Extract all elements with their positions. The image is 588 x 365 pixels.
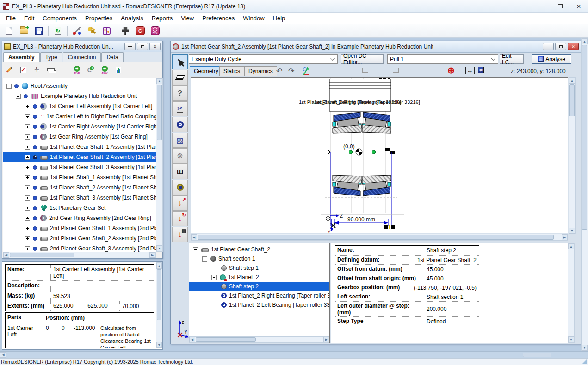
menu-view[interactable]: View bbox=[177, 13, 198, 23]
expand-icon[interactable] bbox=[25, 124, 30, 129]
tree-item-2nd-planet-gear-shaft-2[interactable]: 2nd Planet Gear Shaft_2 Assembly [2nd Pl… bbox=[3, 233, 156, 243]
edit-lc-button[interactable]: Edit LC... bbox=[500, 54, 524, 64]
scrollbar-thumb[interactable] bbox=[157, 85, 162, 140]
expand-icon[interactable] bbox=[25, 165, 30, 170]
expand-icon[interactable] bbox=[25, 155, 30, 160]
romax-dynamics-button[interactable] bbox=[149, 25, 161, 37]
rebuild-model-button[interactable] bbox=[70, 25, 83, 37]
tree-item-2nd-planet-gear-shaft-3[interactable]: 2nd Planet Gear Shaft_3 Assembly [2nd Pl… bbox=[3, 243, 156, 252]
expand-icon[interactable] bbox=[211, 275, 217, 280]
tree-item-shaft-section[interactable]: Shaft section 1 bbox=[189, 254, 329, 263]
gear-tool-button[interactable] bbox=[172, 148, 188, 164]
tab-type[interactable]: Type bbox=[40, 52, 62, 62]
expand-icon[interactable] bbox=[25, 104, 30, 109]
shaft-tree-horizontal-scrollbar[interactable]: ◀ ▶ bbox=[189, 336, 329, 343]
step-properties-vertical-scrollbar[interactable]: ▲ ▼ bbox=[568, 243, 575, 343]
mounting-section-button[interactable] bbox=[172, 133, 188, 148]
restore-button[interactable] bbox=[555, 43, 566, 50]
catalog-button[interactable] bbox=[100, 25, 113, 37]
crosshair-target-icon[interactable] bbox=[447, 65, 455, 76]
collapse-icon[interactable] bbox=[16, 94, 21, 99]
expand-icon[interactable] bbox=[25, 246, 30, 251]
design-window-titlebar[interactable]: 1st Planet Gear Shaft_2 Assembly [1st Pl… bbox=[171, 41, 581, 53]
load-list-button[interactable]: ▤ bbox=[172, 227, 188, 242]
tree-item-planet-gear-shaft-3[interactable]: 1st Planet Gear Shaft_3 Assembly [1st Pl… bbox=[3, 162, 156, 172]
menu-preferences[interactable]: Preferences bbox=[198, 13, 239, 23]
restore-button[interactable] bbox=[137, 43, 148, 50]
save-button[interactable] bbox=[32, 25, 45, 37]
tree-item-2nd-planet-gear-shaft-1[interactable]: 2nd Planet Gear Shaft_1 Assembly [2nd Pl… bbox=[3, 223, 156, 233]
tree-item-root-assembly[interactable]: Root Assembly bbox=[3, 81, 156, 91]
minimize-button[interactable] bbox=[532, 0, 551, 12]
tree-item-carrier-left[interactable]: 1st Carrier Left Assembly [1st Carrier L… bbox=[3, 101, 156, 111]
tree-item-planet-gear-shaft-1[interactable]: 1st Planet Gear Shaft_1 Assembly [1st Pl… bbox=[3, 142, 156, 152]
tree-item-planet-shaft-3[interactable]: 1st Planet Shaft_3 Assembly [1st Planet … bbox=[3, 193, 156, 203]
gear-bearing-button[interactable] bbox=[172, 180, 188, 195]
minimize-button[interactable] bbox=[543, 43, 554, 50]
expand-icon[interactable] bbox=[25, 185, 30, 190]
tree-item-coupling[interactable]: 1st Carrier Left to Right Fixed Ratio Co… bbox=[3, 111, 156, 122]
romax-concept-button[interactable] bbox=[134, 25, 147, 37]
tree-item-example-unit[interactable]: Example Planetary Hub Reduction Unit bbox=[3, 91, 156, 101]
expand-icon[interactable] bbox=[25, 145, 30, 150]
scrollbar-thumb[interactable] bbox=[157, 269, 161, 320]
tab-geometry[interactable]: Geometry bbox=[190, 66, 223, 76]
open-dc-editor-button[interactable]: Open DC Editor... bbox=[341, 54, 384, 64]
tree-item-shaft-step-1[interactable]: Shaft step 1 bbox=[189, 263, 329, 273]
tab-dynamics[interactable]: Dynamics bbox=[244, 66, 277, 76]
scrollbar-thumb[interactable] bbox=[569, 84, 575, 116]
drawing-horizontal-scrollbar[interactable]: ◀ ▶ bbox=[191, 234, 568, 241]
moment-tool-button[interactable]: ↻ bbox=[172, 211, 188, 226]
menu-window[interactable]: Window bbox=[239, 13, 268, 23]
expand-icon[interactable] bbox=[25, 216, 30, 221]
menu-help[interactable]: Help bbox=[269, 13, 290, 23]
tree-item-planet-shaft-1[interactable]: 1st Planet Shaft_1 Assembly [1st Planet … bbox=[3, 172, 156, 182]
add-component-button[interactable] bbox=[30, 63, 44, 76]
scrollbar-thumb[interactable] bbox=[198, 235, 554, 240]
force-tool-button[interactable]: ↗ bbox=[172, 195, 188, 211]
export-dyn-button[interactable]: DYN bbox=[98, 63, 111, 76]
tree-item-gear-ring-1[interactable]: 1st Gear Ring Assembly [1st Gear Ring] bbox=[3, 132, 156, 142]
page-rotate-icon[interactable] bbox=[478, 67, 484, 73]
refresh-worksheet-button[interactable] bbox=[51, 25, 64, 37]
minimize-button[interactable] bbox=[124, 43, 136, 50]
tree-horizontal-scrollbar[interactable]: ◀ ▶ bbox=[3, 252, 156, 258]
scrollbar-thumb[interactable] bbox=[582, 45, 587, 230]
tree-item-shaft-step-2-selected[interactable]: Shaft step 2 bbox=[189, 282, 329, 291]
help-button[interactable] bbox=[172, 85, 188, 101]
menu-components[interactable]: Components bbox=[38, 13, 81, 23]
expand-icon[interactable] bbox=[25, 114, 30, 119]
section-cut-button[interactable] bbox=[172, 101, 188, 116]
edit-pencil-button[interactable] bbox=[2, 63, 16, 76]
menu-edit[interactable]: Edit bbox=[20, 13, 38, 23]
eraser-button[interactable] bbox=[172, 70, 188, 85]
select-cursor-button[interactable] bbox=[172, 54, 188, 69]
tree-item-planet-gear[interactable]: 1st Planet_2 bbox=[189, 273, 329, 282]
tree-item-gear-ring-2[interactable]: 2nd Gear Ring Assembly [2nd Gear Ring] bbox=[3, 213, 156, 223]
spline-tool-button[interactable] bbox=[172, 164, 188, 179]
duty-cycle-select[interactable]: Example Duty Cycle bbox=[189, 54, 338, 64]
scrollbar-thumb[interactable] bbox=[196, 337, 256, 342]
expand-icon[interactable] bbox=[25, 175, 30, 180]
shaft-drawing-canvas[interactable]: Z Y 1st Planet_2 Left Bearing [Taper rol… bbox=[191, 77, 568, 233]
maximize-button[interactable] bbox=[551, 0, 569, 12]
tab-statics[interactable]: Statics bbox=[219, 66, 244, 76]
menu-analysis[interactable]: Analysis bbox=[117, 13, 147, 23]
tree-vertical-scrollbar[interactable]: ▲ ▼ bbox=[156, 78, 163, 252]
undo-icon[interactable] bbox=[276, 67, 282, 75]
axis-orientation-icon[interactable] bbox=[301, 66, 310, 76]
licence-keys-button[interactable] bbox=[85, 25, 98, 37]
scrollbar-thumb[interactable] bbox=[10, 253, 74, 257]
menu-file[interactable]: File bbox=[2, 13, 20, 23]
menu-properties[interactable]: Properties bbox=[81, 13, 117, 23]
tree-item-planetary-gear-set[interactable]: 1st Planetary Gear Set bbox=[3, 203, 156, 213]
collapse-icon[interactable] bbox=[6, 84, 12, 89]
tree-item-planet-shaft-2[interactable]: 1st Planet Shaft_2 Assembly [1st Planet … bbox=[3, 182, 156, 193]
menu-reports[interactable]: Reports bbox=[148, 13, 177, 23]
corner-right-icon[interactable] bbox=[393, 68, 399, 73]
close-button[interactable]: ✕ bbox=[149, 43, 161, 50]
scrollbar-thumb[interactable] bbox=[523, 353, 551, 357]
tab-data[interactable]: Data bbox=[101, 52, 123, 62]
main-titlebar[interactable]: EX_PL3 - Planetary Hub Reduction Unit.ss… bbox=[0, 0, 588, 13]
expand-icon[interactable] bbox=[25, 206, 30, 211]
